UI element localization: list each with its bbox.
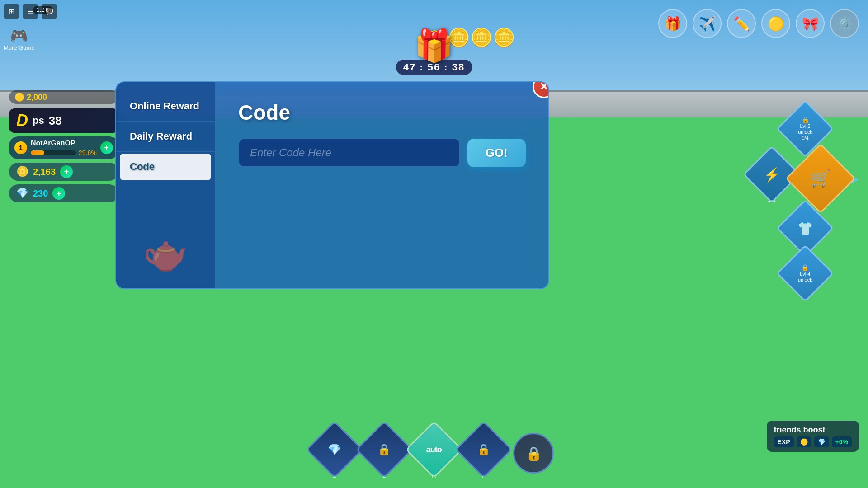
diamond-stat-row: 💎 230 + xyxy=(9,184,118,202)
dps-ps-label: ps xyxy=(33,115,44,127)
bottom-slot-2[interactable]: 🔒 xyxy=(355,421,413,478)
right-hud: 🔒 Lvl 5unlock0/4 ⚡ 1/1 🛒 ▶ 👕 xyxy=(751,108,859,294)
bottom-slot-f[interactable]: 🔒 xyxy=(455,421,512,478)
slot-lvl4-locked: 🔒 Lvl 4unlock xyxy=(776,244,834,302)
xp-bar xyxy=(31,150,76,155)
rank-badge: 1 xyxy=(14,141,27,154)
daily-reward-icon[interactable]: 🎁 xyxy=(658,9,687,38)
coins-display: 🟡 2,000 xyxy=(9,90,118,104)
diamond-boost: 💎 xyxy=(814,436,829,447)
settings-icon[interactable]: ⚙️ xyxy=(830,9,859,38)
pencil-icon[interactable]: ✏️ xyxy=(727,9,756,38)
timer-area: 🎁 47 : 56 : 38 xyxy=(396,27,472,75)
version-badge: 1.2.6 xyxy=(33,6,52,14)
boost-bar: EXP 🟡 💎 +0% xyxy=(774,436,852,447)
gold-value: 2,163 xyxy=(33,167,56,177)
slot-cart[interactable]: 🛒 xyxy=(785,143,856,214)
dps-badge: D ps 38 xyxy=(9,108,118,133)
dps-d-letter: D xyxy=(16,111,28,130)
tab-online-reward[interactable]: Online Reward xyxy=(116,91,215,122)
exp-boost: EXP xyxy=(774,436,794,447)
tab-code[interactable]: Code xyxy=(120,154,211,180)
left-hud: 🟡 2,000 D ps 38 1 NotArGanOP 29.6% + 🪙 2… xyxy=(9,90,118,206)
code-section-title: Code xyxy=(238,100,526,125)
paper-plane-icon[interactable]: ✈️ xyxy=(693,9,722,38)
xp-bar-fill xyxy=(31,150,44,155)
friends-boost-label: friends boost xyxy=(774,425,826,434)
teapot-decoration: 🫖 xyxy=(116,228,215,279)
diamond-icon: 💎 xyxy=(16,188,28,199)
bottom-slot-circle[interactable]: 🔒 xyxy=(513,433,554,474)
player-name: NotArGanOP xyxy=(31,139,97,147)
add-diamond-btn[interactable]: + xyxy=(52,187,65,200)
player-row: 1 NotArGanOP 29.6% + xyxy=(9,136,118,159)
bottom-slot-auto[interactable]: auto xyxy=(405,421,462,478)
modal-main-content: Code GO! xyxy=(216,82,548,288)
go-button[interactable]: GO! xyxy=(467,139,526,167)
diamond-value: 230 xyxy=(33,188,48,199)
friends-boost-panel: friends boost EXP 🟡 💎 +0% xyxy=(767,421,859,452)
gold-boost: 🟡 xyxy=(797,436,811,447)
roblox-logo-btn[interactable]: ⊞ xyxy=(4,4,19,19)
reward-modal: ✕ Online Reward Daily Reward Code 🫖 Code… xyxy=(115,81,549,289)
tab-daily-reward[interactable]: Daily Reward xyxy=(116,122,215,152)
xp-percent: 29.6% xyxy=(79,149,97,156)
code-input-row: GO! xyxy=(238,138,526,167)
coin-icon[interactable]: 🟡 xyxy=(761,9,790,38)
add-player-btn[interactable]: + xyxy=(100,141,113,154)
dps-value: 38 xyxy=(49,114,62,128)
gold-stat-row: 🪙 2,163 + xyxy=(9,163,118,181)
gift-btn-icon[interactable]: 🎀 xyxy=(796,9,825,38)
add-gold-btn[interactable]: + xyxy=(60,165,73,178)
code-input-field[interactable] xyxy=(238,138,460,167)
bottom-slot-1[interactable]: 💎 xyxy=(306,421,363,478)
boost-value: +0% xyxy=(832,436,852,447)
gift-icon: 🎁 xyxy=(396,27,472,64)
gold-icon: 🪙 xyxy=(16,166,28,178)
roblox-controls: ⊞ ☰ 💬 1.2.6 xyxy=(4,4,57,19)
modal-sidebar: Online Reward Daily Reward Code 🫖 xyxy=(116,82,216,288)
more-game-button[interactable]: 🎮 More Game xyxy=(4,27,35,51)
bottom-bar: 💎 1 🔒 2 auto R 🔒 F 🔒 xyxy=(314,429,554,479)
